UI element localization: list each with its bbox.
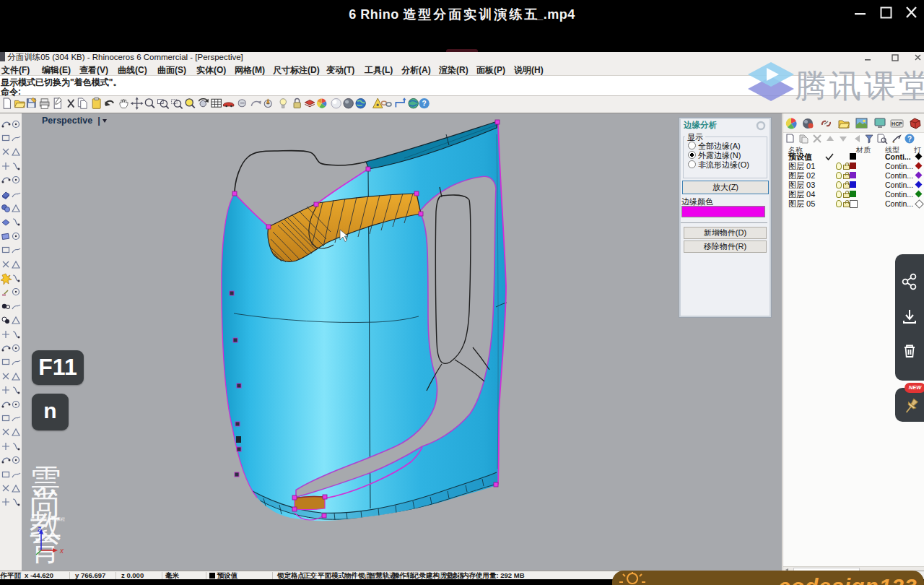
svg-text:z: z [37,525,41,533]
svg-text:?: ? [422,100,427,108]
svg-text:HCP: HCP [892,121,902,126]
svg-text:x: x [59,547,64,555]
svg-text:?: ? [907,135,912,143]
